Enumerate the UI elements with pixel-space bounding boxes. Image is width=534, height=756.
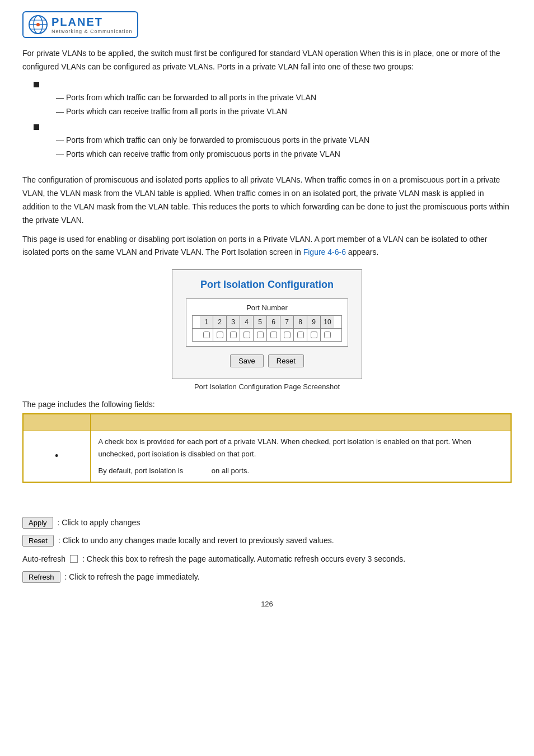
port-number-section: Port Number 1 2 3 4 5 6 7 8 9 10: [186, 298, 348, 347]
table-default-row: By default, port isolation is on all por…: [99, 465, 503, 477]
port-num-6: 6: [267, 316, 280, 328]
bullet-section-2: — Ports from which traffic can only be f…: [34, 122, 512, 161]
para2: The configuration of promiscuous and iso…: [22, 174, 512, 227]
port-num-2: 2: [213, 316, 227, 328]
planet-logo-icon: [28, 15, 48, 35]
port-checkbox-7[interactable]: [284, 332, 291, 338]
bullet-square-2: [34, 124, 39, 130]
reset-button[interactable]: Reset: [22, 535, 54, 547]
port-checkbox-6[interactable]: [270, 332, 277, 338]
sub-item-1-2: — Ports which can receive traffic from a…: [56, 105, 512, 119]
port-num-4: 4: [240, 316, 254, 328]
logo-subtitle-text: Networking & Communication: [51, 29, 133, 34]
port-check-4[interactable]: [240, 329, 254, 341]
port-check-2[interactable]: [213, 329, 227, 341]
refresh-button[interactable]: Refresh: [22, 571, 60, 583]
autorefresh-row: Auto-refresh : Check this box to refresh…: [22, 553, 512, 565]
sub-item-2-1: — Ports from which traffic can only be f…: [56, 133, 512, 147]
port-check-5[interactable]: [254, 329, 267, 341]
bottom-section: Apply : Click to apply changes Reset : C…: [22, 516, 512, 584]
port-checkbox-8[interactable]: [297, 332, 304, 338]
port-num-5: 5: [254, 316, 267, 328]
logo-planet-text: PLANET: [51, 16, 133, 29]
intro-paragraph: For private VLANs to be applied, the swi…: [22, 47, 512, 74]
table-header-col2: [90, 414, 511, 431]
port-num-7: 7: [280, 316, 294, 328]
port-check-3[interactable]: [227, 329, 240, 341]
port-check-7[interactable]: [280, 329, 294, 341]
table-header-col1: [23, 414, 90, 431]
apply-row: Apply : Click to apply changes: [22, 516, 512, 529]
refresh-desc: : Click to refresh the page immediately.: [65, 571, 200, 583]
sub-item-1-1: — Ports from which traffic can be forwar…: [56, 91, 512, 105]
port-num-10: 10: [321, 316, 334, 328]
para3-text2: appears.: [346, 248, 378, 256]
port-checkbox-1[interactable]: [203, 332, 210, 338]
port-numbers-row: 1 2 3 4 5 6 7 8 9 10: [192, 315, 342, 329]
figure-link[interactable]: Figure 4-6-6: [303, 248, 346, 256]
autorefresh-suffix: : Check this box to refresh the page aut…: [82, 553, 405, 565]
port-check-10[interactable]: [321, 329, 334, 341]
table-row: • A check box is provided for each port …: [23, 431, 511, 482]
port-check-1[interactable]: [200, 329, 213, 341]
svg-point-5: [36, 23, 40, 26]
para3: This page is used for enabling or disabl…: [22, 233, 512, 260]
table-header-row: [23, 414, 511, 431]
table-default-middle: on all ports.: [212, 466, 249, 475]
bullet-square-1: [34, 82, 39, 87]
bullet-item-2: [34, 122, 512, 130]
table-cell-description: A check box is provided for each port of…: [90, 431, 511, 482]
port-num-9: 9: [307, 316, 321, 328]
figure-container: Port Isolation Configuration Port Number…: [22, 269, 512, 391]
apply-button[interactable]: Apply: [22, 517, 53, 529]
figure-save-reset-row: Save Reset: [230, 354, 304, 367]
figure-save-button[interactable]: Save: [230, 354, 264, 367]
port-checkbox-2[interactable]: [217, 332, 223, 338]
autorefresh-prefix: Auto-refresh: [22, 553, 65, 565]
logo-text: PLANET Networking & Communication: [51, 16, 133, 34]
figure-caption: Port Isolation Configuration Page Screen…: [194, 382, 340, 391]
para3-text1: This page is used for enabling or disabl…: [22, 235, 487, 257]
port-checkbox-9[interactable]: [311, 332, 317, 338]
logo-box: PLANET Networking & Communication: [22, 11, 138, 38]
port-number-label: Port Number: [192, 304, 342, 312]
reset-row: Reset : Click to undo any changes made l…: [22, 534, 512, 547]
sub-list-2: — Ports from which traffic can only be f…: [56, 133, 512, 161]
port-check-9[interactable]: [307, 329, 321, 341]
table-desc-line1: A check box is provided for each port of…: [99, 437, 471, 458]
port-check-6[interactable]: [267, 329, 280, 341]
sub-item-2-2: — Ports which can receive traffic from o…: [56, 147, 512, 161]
logo-area: PLANET Networking & Communication: [22, 11, 512, 38]
port-num-8: 8: [294, 316, 307, 328]
refresh-row: Refresh : Click to refresh the page imme…: [22, 571, 512, 583]
page-number: 126: [22, 600, 512, 608]
reset-desc: : Click to undo any changes made locally…: [58, 534, 334, 547]
port-checkbox-5[interactable]: [257, 332, 264, 338]
port-isolation-title: Port Isolation Configuration: [200, 279, 334, 291]
port-check-8[interactable]: [294, 329, 307, 341]
fields-intro: The page includes the following fields:: [22, 400, 512, 409]
figure-reset-button[interactable]: Reset: [268, 354, 304, 367]
port-num-3: 3: [227, 316, 240, 328]
autorefresh-checkbox[interactable]: [70, 555, 78, 563]
sub-list-1: — Ports from which traffic can be forwar…: [56, 91, 512, 119]
bullet-item-1: [34, 80, 512, 87]
table-default-prefix: By default, port isolation is: [99, 466, 184, 475]
port-checkbox-3[interactable]: [230, 332, 237, 338]
port-num-1: 1: [200, 316, 213, 328]
table-cell-bullet: •: [23, 431, 90, 482]
port-checkbox-4[interactable]: [243, 332, 250, 338]
port-checkbox-row: [192, 329, 342, 342]
port-isolation-diagram: Port Isolation Configuration Port Number…: [172, 269, 362, 379]
bullet-section-1: — Ports from which traffic can be forwar…: [34, 80, 512, 119]
port-checkbox-10[interactable]: [324, 332, 331, 338]
fields-table: • A check box is provided for each port …: [22, 413, 512, 483]
apply-desc: : Click to apply changes: [58, 516, 140, 529]
